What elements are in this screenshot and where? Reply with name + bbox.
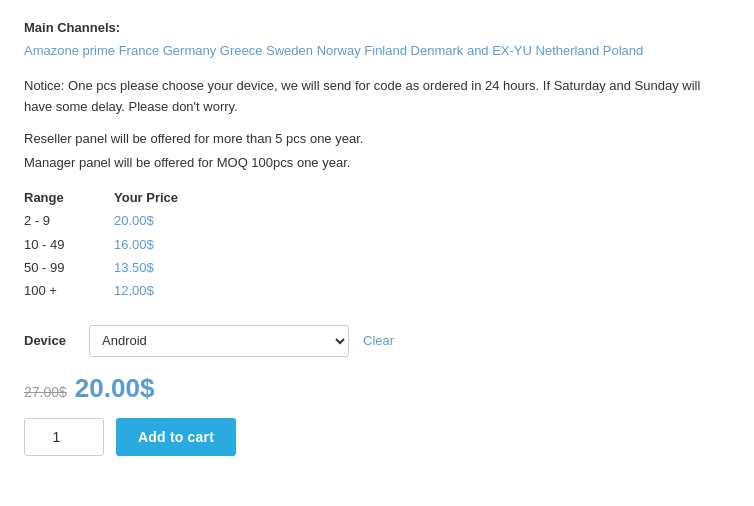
table-row: 10 - 49 16.00$ bbox=[24, 233, 730, 256]
main-channels-label: Main Channels: bbox=[24, 20, 730, 35]
price-1: 16.00$ bbox=[114, 233, 154, 256]
col-header-price: Your Price bbox=[114, 190, 178, 205]
reseller-section: Reseller panel will be offered for more … bbox=[24, 127, 730, 174]
range-3: 100 + bbox=[24, 279, 84, 302]
device-row: Device Android iOS Windows Mac OS Clear bbox=[24, 325, 730, 357]
price-table: Range Your Price 2 - 9 20.00$ 10 - 49 16… bbox=[24, 190, 730, 303]
price-2: 13.50$ bbox=[114, 256, 154, 279]
col-header-range: Range bbox=[24, 190, 84, 205]
reseller-line2: Manager panel will be offered for MOQ 10… bbox=[24, 151, 730, 174]
quantity-input[interactable] bbox=[24, 418, 104, 456]
price-table-header: Range Your Price bbox=[24, 190, 730, 205]
device-label: Device bbox=[24, 333, 79, 348]
table-row: 100 + 12.00$ bbox=[24, 279, 730, 302]
price-display: 27.00$ 20.00$ bbox=[24, 373, 730, 404]
clear-link[interactable]: Clear bbox=[363, 333, 394, 348]
price-0: 20.00$ bbox=[114, 209, 154, 232]
table-row: 50 - 99 13.50$ bbox=[24, 256, 730, 279]
main-channels-section: Main Channels: Amazone prime France Germ… bbox=[24, 20, 730, 62]
old-price: 27.00$ bbox=[24, 384, 67, 400]
notice-text: Notice: One pcs please choose your devic… bbox=[24, 76, 730, 118]
price-3: 12.00$ bbox=[114, 279, 154, 302]
new-price: 20.00$ bbox=[75, 373, 155, 404]
reseller-line1: Reseller panel will be offered for more … bbox=[24, 127, 730, 150]
table-row: 2 - 9 20.00$ bbox=[24, 209, 730, 232]
add-to-cart-button[interactable]: Add to cart bbox=[116, 418, 236, 456]
notice-section: Notice: One pcs please choose your devic… bbox=[24, 76, 730, 118]
cart-row: Add to cart bbox=[24, 418, 730, 456]
device-select[interactable]: Android iOS Windows Mac OS bbox=[89, 325, 349, 357]
range-2: 50 - 99 bbox=[24, 256, 84, 279]
range-1: 10 - 49 bbox=[24, 233, 84, 256]
channels-links: Amazone prime France Germany Greece Swed… bbox=[24, 41, 730, 62]
range-0: 2 - 9 bbox=[24, 209, 84, 232]
